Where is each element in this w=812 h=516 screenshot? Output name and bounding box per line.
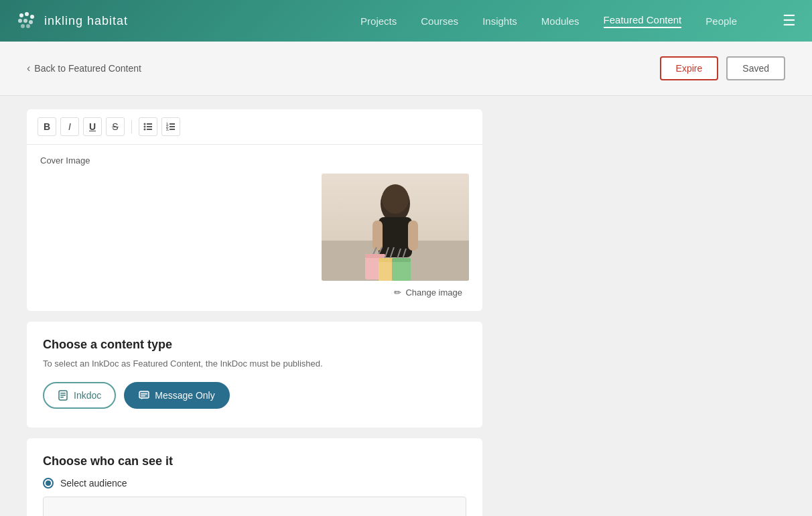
nav-links: Projects Courses Insights Modules Featur… [360,12,796,29]
back-label: Back to Featured Content [34,63,141,74]
change-image-button[interactable]: ✏ Change image [394,287,462,298]
chevron-left-icon: ‹ [27,62,30,74]
logo-icon [16,10,38,31]
logo: inkling habitat [16,10,128,31]
saved-button[interactable]: Saved [726,56,785,80]
message-only-label: Message Only [155,390,214,401]
bold-button[interactable]: B [38,117,56,136]
ordered-list-icon: 1. 2. 3. [166,122,176,131]
audience-title: Choose who can see it [43,454,466,468]
select-audience-radio[interactable] [43,478,54,489]
content-type-buttons: Inkdoc Message Only [43,382,466,409]
nav-projects[interactable]: Projects [360,15,397,27]
back-link[interactable]: ‹ Back to Featured Content [27,62,141,74]
pencil-icon: ✏ [394,287,401,298]
inkdoc-button[interactable]: Inkdoc [43,382,116,409]
svg-point-23 [382,184,409,214]
audience-radio-row: Select audience [43,478,466,489]
nav-featured-content[interactable]: Featured Content [604,14,682,28]
svg-rect-11 [147,126,152,127]
audience-card: Choose who can see it Select audience [27,438,482,516]
content-area: B I U S [0,96,812,516]
change-image-label: Change image [405,287,462,298]
main-column: B I U S [27,109,482,516]
message-icon [139,390,149,401]
svg-rect-30 [365,254,385,258]
svg-point-1 [25,12,29,16]
svg-point-12 [144,129,146,131]
svg-rect-42 [60,397,64,398]
svg-rect-17 [170,126,175,127]
svg-rect-40 [60,393,66,394]
svg-rect-38 [392,258,411,262]
inkdoc-icon [58,390,68,401]
audience-dropdown[interactable] [43,497,466,516]
unordered-list-button[interactable] [139,117,157,136]
navbar: inkling habitat Projects Courses Insight… [0,0,812,42]
svg-point-7 [26,24,30,28]
svg-rect-44 [141,393,147,395]
page-container: ‹ Back to Featured Content Expire Saved … [0,42,812,516]
svg-point-0 [19,13,23,17]
nav-insights[interactable]: Insights [482,15,517,27]
svg-rect-24 [379,217,412,257]
svg-point-8 [144,123,146,125]
svg-point-10 [144,126,146,128]
toolbar-divider [131,120,132,133]
cover-image-section: Cover Image [27,145,482,311]
hamburger-menu[interactable]: ☰ [783,12,796,29]
nav-courses[interactable]: Courses [421,15,458,27]
editor-card: B I U S [27,109,482,311]
svg-point-6 [21,24,25,28]
strikethrough-button[interactable]: S [106,117,125,136]
svg-point-3 [18,19,22,23]
underline-button[interactable]: U [83,117,102,136]
unordered-list-icon [143,122,153,131]
svg-point-5 [29,20,33,24]
svg-point-4 [23,19,27,23]
logo-text: inkling habitat [44,14,128,28]
svg-rect-45 [141,395,145,397]
svg-rect-41 [60,395,66,396]
svg-rect-43 [139,391,149,398]
cover-image-label: Cover Image [40,155,469,166]
ordered-list-button[interactable]: 1. 2. 3. [161,117,180,136]
content-type-description: To select an InkDoc as Featured Content,… [43,359,466,369]
svg-rect-13 [147,129,152,130]
nav-modules[interactable]: Modules [541,15,580,27]
svg-rect-9 [147,123,152,125]
svg-point-2 [30,15,34,19]
content-type-title: Choose a content type [43,338,466,352]
nav-people[interactable]: People [705,15,737,27]
svg-rect-26 [408,220,418,251]
expire-button[interactable]: Expire [660,56,719,80]
cover-image-wrapper: ✏ Change image [40,174,469,298]
content-type-card: Choose a content type To select an InkDo… [27,322,482,428]
svg-rect-15 [170,123,175,125]
top-bar: ‹ Back to Featured Content Expire Saved [0,42,812,96]
inkdoc-label: Inkdoc [74,390,101,401]
select-audience-label: Select audience [60,478,127,489]
cover-image [322,174,469,281]
svg-text:3.: 3. [166,127,170,131]
italic-button[interactable]: I [60,117,79,136]
top-bar-actions: Expire Saved [660,56,785,80]
message-only-button[interactable]: Message Only [124,382,229,409]
svg-rect-25 [373,220,383,251]
svg-rect-19 [170,129,175,130]
editor-toolbar: B I U S [27,109,482,145]
